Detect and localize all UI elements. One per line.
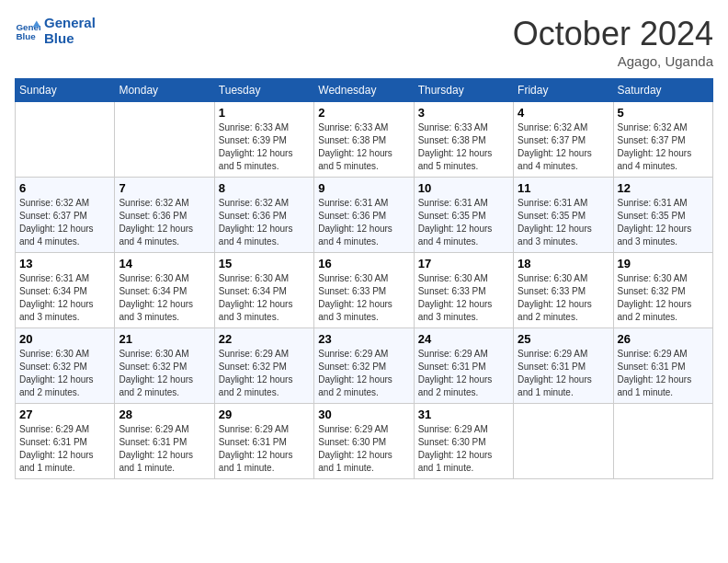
day-info: Sunrise: 6:31 AM Sunset: 6:36 PM Dayligh… [318,197,409,248]
day-header-monday: Monday [115,79,214,102]
day-info: Sunrise: 6:30 AM Sunset: 6:33 PM Dayligh… [518,272,609,324]
calendar-cell: 18Sunrise: 6:30 AM Sunset: 6:33 PM Dayli… [514,253,613,328]
day-number: 13 [19,257,110,270]
month-title: October 2024 [513,15,713,53]
day-header-saturday: Saturday [613,79,712,102]
day-header-thursday: Thursday [414,79,513,102]
calendar-cell: 25Sunrise: 6:29 AM Sunset: 6:31 PM Dayli… [514,328,613,404]
day-number: 24 [418,332,509,346]
day-info: Sunrise: 6:32 AM Sunset: 6:37 PM Dayligh… [19,197,110,248]
calendar-cell: 30Sunrise: 6:29 AM Sunset: 6:30 PM Dayli… [314,404,414,479]
calendar-header-row: SundayMondayTuesdayWednesdayThursdayFrid… [16,79,713,102]
logo-icon: General Blue [15,17,40,43]
day-number: 9 [318,181,409,195]
day-info: Sunrise: 6:30 AM Sunset: 6:32 PM Dayligh… [19,348,110,399]
day-number: 27 [19,408,110,421]
day-info: Sunrise: 6:33 AM Sunset: 6:39 PM Dayligh… [219,121,310,173]
day-info: Sunrise: 6:33 AM Sunset: 6:38 PM Dayligh… [318,121,409,173]
calendar-cell: 29Sunrise: 6:29 AM Sunset: 6:31 PM Dayli… [214,404,313,479]
calendar-cell: 10Sunrise: 6:31 AM Sunset: 6:35 PM Dayli… [414,178,513,253]
calendar-cell: 9Sunrise: 6:31 AM Sunset: 6:36 PM Daylig… [314,178,414,253]
calendar-cell [613,404,712,479]
day-info: Sunrise: 6:31 AM Sunset: 6:35 PM Dayligh… [518,197,609,248]
day-info: Sunrise: 6:32 AM Sunset: 6:36 PM Dayligh… [219,197,310,248]
day-info: Sunrise: 6:32 AM Sunset: 6:37 PM Dayligh… [518,121,609,173]
day-number: 8 [219,181,310,195]
day-number: 16 [318,257,409,270]
calendar-cell: 1Sunrise: 6:33 AM Sunset: 6:39 PM Daylig… [214,102,313,178]
calendar-cell: 27Sunrise: 6:29 AM Sunset: 6:31 PM Dayli… [16,404,115,479]
calendar-cell: 31Sunrise: 6:29 AM Sunset: 6:30 PM Dayli… [414,404,513,479]
calendar-week-1: 1Sunrise: 6:33 AM Sunset: 6:39 PM Daylig… [16,102,713,178]
calendar-cell: 4Sunrise: 6:32 AM Sunset: 6:37 PM Daylig… [514,102,613,178]
header: General Blue General Blue October 2024 A… [15,15,713,69]
calendar-cell: 3Sunrise: 6:33 AM Sunset: 6:38 PM Daylig… [414,102,513,178]
calendar-cell: 24Sunrise: 6:29 AM Sunset: 6:31 PM Dayli… [414,328,513,404]
day-number: 10 [418,181,509,195]
day-number: 1 [219,106,310,120]
day-number: 31 [418,408,509,421]
day-number: 22 [219,332,310,346]
day-header-sunday: Sunday [16,79,115,102]
day-header-friday: Friday [514,79,613,102]
calendar-cell: 7Sunrise: 6:32 AM Sunset: 6:36 PM Daylig… [115,178,214,253]
day-info: Sunrise: 6:30 AM Sunset: 6:33 PM Dayligh… [318,272,409,324]
title-block: October 2024 Agago, Uganda [513,15,713,69]
calendar-cell: 14Sunrise: 6:30 AM Sunset: 6:34 PM Dayli… [115,253,214,328]
calendar-cell: 15Sunrise: 6:30 AM Sunset: 6:34 PM Dayli… [214,253,313,328]
logo: General Blue General Blue [15,15,96,46]
day-info: Sunrise: 6:31 AM Sunset: 6:35 PM Dayligh… [418,197,509,248]
calendar-table: SundayMondayTuesdayWednesdayThursdayFrid… [15,78,713,479]
svg-text:Blue: Blue [16,31,36,41]
calendar-cell: 6Sunrise: 6:32 AM Sunset: 6:37 PM Daylig… [16,178,115,253]
day-number: 28 [119,408,210,421]
day-info: Sunrise: 6:29 AM Sunset: 6:31 PM Dayligh… [119,423,210,475]
calendar-cell: 5Sunrise: 6:32 AM Sunset: 6:37 PM Daylig… [613,102,712,178]
calendar-cell: 2Sunrise: 6:33 AM Sunset: 6:38 PM Daylig… [314,102,414,178]
day-header-tuesday: Tuesday [214,79,313,102]
day-number: 7 [119,181,210,195]
day-info: Sunrise: 6:29 AM Sunset: 6:30 PM Dayligh… [318,423,409,475]
day-info: Sunrise: 6:30 AM Sunset: 6:32 PM Dayligh… [119,348,210,399]
calendar-cell [115,102,214,178]
calendar-week-3: 13Sunrise: 6:31 AM Sunset: 6:34 PM Dayli… [16,253,713,328]
day-number: 25 [518,332,609,346]
calendar-week-4: 20Sunrise: 6:30 AM Sunset: 6:32 PM Dayli… [16,328,713,404]
day-info: Sunrise: 6:31 AM Sunset: 6:35 PM Dayligh… [618,197,709,248]
calendar-cell [514,404,613,479]
day-info: Sunrise: 6:29 AM Sunset: 6:30 PM Dayligh… [418,423,509,475]
calendar-cell: 22Sunrise: 6:29 AM Sunset: 6:32 PM Dayli… [214,328,313,404]
day-info: Sunrise: 6:30 AM Sunset: 6:34 PM Dayligh… [219,272,310,324]
day-number: 30 [318,408,409,421]
day-info: Sunrise: 6:32 AM Sunset: 6:37 PM Dayligh… [618,121,709,173]
day-info: Sunrise: 6:29 AM Sunset: 6:31 PM Dayligh… [618,348,709,399]
day-number: 23 [318,332,409,346]
logo-text: General Blue [44,15,96,46]
day-number: 5 [618,106,709,120]
day-number: 11 [518,181,609,195]
day-info: Sunrise: 6:32 AM Sunset: 6:36 PM Dayligh… [119,197,210,248]
calendar-cell: 19Sunrise: 6:30 AM Sunset: 6:32 PM Dayli… [613,253,712,328]
day-info: Sunrise: 6:29 AM Sunset: 6:32 PM Dayligh… [318,348,409,399]
calendar-cell: 13Sunrise: 6:31 AM Sunset: 6:34 PM Dayli… [16,253,115,328]
day-number: 15 [219,257,310,270]
calendar-cell: 26Sunrise: 6:29 AM Sunset: 6:31 PM Dayli… [613,328,712,404]
calendar-cell: 28Sunrise: 6:29 AM Sunset: 6:31 PM Dayli… [115,404,214,479]
day-info: Sunrise: 6:30 AM Sunset: 6:33 PM Dayligh… [418,272,509,324]
calendar-cell: 12Sunrise: 6:31 AM Sunset: 6:35 PM Dayli… [613,178,712,253]
day-number: 21 [119,332,210,346]
calendar-cell: 17Sunrise: 6:30 AM Sunset: 6:33 PM Dayli… [414,253,513,328]
calendar-cell: 21Sunrise: 6:30 AM Sunset: 6:32 PM Dayli… [115,328,214,404]
calendar-cell: 11Sunrise: 6:31 AM Sunset: 6:35 PM Dayli… [514,178,613,253]
day-number: 3 [418,106,509,120]
day-number: 20 [19,332,110,346]
day-info: Sunrise: 6:29 AM Sunset: 6:31 PM Dayligh… [418,348,509,399]
day-number: 4 [518,106,609,120]
day-number: 17 [418,257,509,270]
day-info: Sunrise: 6:30 AM Sunset: 6:32 PM Dayligh… [618,272,709,324]
calendar-week-2: 6Sunrise: 6:32 AM Sunset: 6:37 PM Daylig… [16,178,713,253]
day-number: 6 [19,181,110,195]
day-number: 29 [219,408,310,421]
day-info: Sunrise: 6:33 AM Sunset: 6:38 PM Dayligh… [418,121,509,173]
day-number: 26 [618,332,709,346]
